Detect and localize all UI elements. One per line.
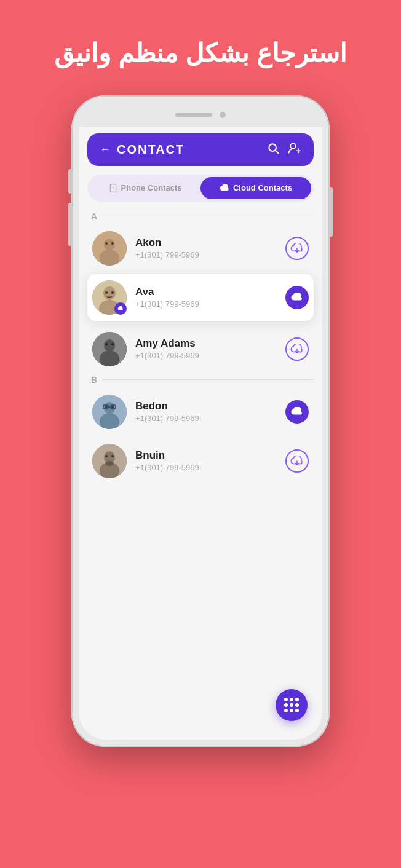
contact-bedon-name: Bedon xyxy=(135,400,285,412)
avatar-bedon-wrap xyxy=(92,395,127,429)
section-b-line xyxy=(102,379,314,380)
contact-bedon-info: Bedon +1(301) 799-5969 xyxy=(135,400,285,423)
app-content: ← CONTACT xyxy=(79,127,322,740)
contact-ava[interactable]: Ava +1(301) 799-5969 xyxy=(87,274,314,321)
contact-bedon-cloud[interactable] xyxy=(285,400,309,424)
avatar-bnuin xyxy=(92,444,127,478)
tab-cloud-contacts[interactable]: Cloud Contacts xyxy=(200,177,311,199)
tab-bar: Phone Contacts Cloud Contacts xyxy=(87,175,314,202)
svg-point-17 xyxy=(105,291,108,294)
section-b-label: B xyxy=(87,375,314,385)
contact-ava-name: Ava xyxy=(135,286,285,298)
svg-point-36 xyxy=(105,455,108,457)
contact-ava-info: Ava +1(301) 799-5969 xyxy=(135,286,285,309)
svg-point-38 xyxy=(105,461,114,466)
contact-amy-name: Amy Adams xyxy=(135,337,285,350)
contact-akon-name: Akon xyxy=(135,237,285,249)
contact-bnuin-info: Bnuin +1(301) 799-5969 xyxy=(135,449,285,472)
volume-button-2 xyxy=(68,203,71,246)
phone-screen: ← CONTACT xyxy=(79,103,322,740)
contact-akon-cloud[interactable] xyxy=(285,237,309,260)
contact-bedon[interactable]: Bedon +1(301) 799-5969 xyxy=(87,389,314,435)
speaker xyxy=(175,113,212,117)
header-title: CONTACT xyxy=(117,143,185,157)
fab-dots xyxy=(284,698,299,712)
header-left: ← CONTACT xyxy=(100,143,185,157)
camera xyxy=(220,112,226,118)
header-icons xyxy=(267,142,301,157)
contact-amy-phone: +1(301) 799-5969 xyxy=(135,351,285,360)
contact-bnuin-phone: +1(301) 799-5969 xyxy=(135,463,285,472)
search-icon[interactable] xyxy=(267,142,279,157)
svg-point-11 xyxy=(105,242,108,245)
header-bar: ← CONTACT xyxy=(87,133,314,166)
contact-amy[interactable]: Amy Adams +1(301) 799-5969 xyxy=(87,326,314,373)
phone-body: ← CONTACT xyxy=(71,95,330,747)
fab-button[interactable] xyxy=(276,689,308,721)
contact-ava-phone: +1(301) 799-5969 xyxy=(135,299,285,309)
contact-bnuin-name: Bnuin xyxy=(135,449,285,462)
svg-line-1 xyxy=(276,150,279,153)
svg-point-12 xyxy=(111,242,114,245)
contact-ava-cloud[interactable] xyxy=(285,286,309,309)
section-a-line xyxy=(102,216,314,216)
fab-dot xyxy=(295,698,299,701)
tab-phone-contacts[interactable]: Phone Contacts xyxy=(90,177,200,199)
fab-dot xyxy=(284,698,288,701)
tab-cloud-label: Cloud Contacts xyxy=(233,183,292,192)
tab-phone-label: Phone Contacts xyxy=(121,183,182,192)
svg-point-15 xyxy=(103,286,116,300)
add-contact-icon[interactable] xyxy=(288,142,301,157)
fab-dot xyxy=(295,703,299,707)
fab-dot xyxy=(290,709,293,712)
avatar-akon-wrap xyxy=(92,231,127,266)
svg-point-22 xyxy=(105,343,108,345)
avatar-bedon xyxy=(92,395,127,429)
contact-akon[interactable]: Akon +1(301) 799-5969 xyxy=(87,225,314,272)
contact-bnuin[interactable]: Bnuin +1(301) 799-5969 xyxy=(87,438,314,484)
fab-dot xyxy=(284,709,288,712)
avatar-amy xyxy=(92,332,127,366)
contact-bedon-phone: +1(301) 799-5969 xyxy=(135,414,285,423)
svg-point-18 xyxy=(111,291,114,294)
fab-dot xyxy=(290,698,293,701)
contact-bnuin-cloud[interactable] xyxy=(285,449,309,473)
power-button xyxy=(330,187,333,237)
hero-title: استرجاع بشكل منظم وانيق xyxy=(0,0,401,89)
avatar-ava-badge xyxy=(114,302,127,315)
svg-point-37 xyxy=(111,455,114,457)
svg-rect-5 xyxy=(110,184,116,192)
svg-point-2 xyxy=(290,143,295,148)
section-a-label: A xyxy=(87,211,314,221)
phone-frame: ← CONTACT xyxy=(0,89,401,747)
back-button[interactable]: ← xyxy=(100,143,111,156)
avatar-ava-wrap xyxy=(92,280,127,315)
fab-dot xyxy=(295,709,299,712)
avatar-akon xyxy=(92,231,127,266)
svg-point-9 xyxy=(104,239,115,251)
svg-point-29 xyxy=(111,406,114,408)
svg-point-20 xyxy=(104,339,115,352)
contact-akon-info: Akon +1(301) 799-5969 xyxy=(135,237,285,259)
svg-point-28 xyxy=(105,406,108,408)
contact-amy-info: Amy Adams +1(301) 799-5969 xyxy=(135,337,285,360)
svg-point-23 xyxy=(111,343,114,345)
contact-amy-cloud[interactable] xyxy=(285,337,309,361)
fab-dot xyxy=(284,703,288,707)
contact-akon-phone: +1(301) 799-5969 xyxy=(135,250,285,259)
svg-point-26 xyxy=(104,402,115,414)
volume-button-1 xyxy=(68,169,71,194)
avatar-amy-wrap xyxy=(92,332,127,366)
phone-notch xyxy=(79,103,322,127)
avatar-bnuin-wrap xyxy=(92,444,127,478)
fab-dot xyxy=(290,703,293,707)
